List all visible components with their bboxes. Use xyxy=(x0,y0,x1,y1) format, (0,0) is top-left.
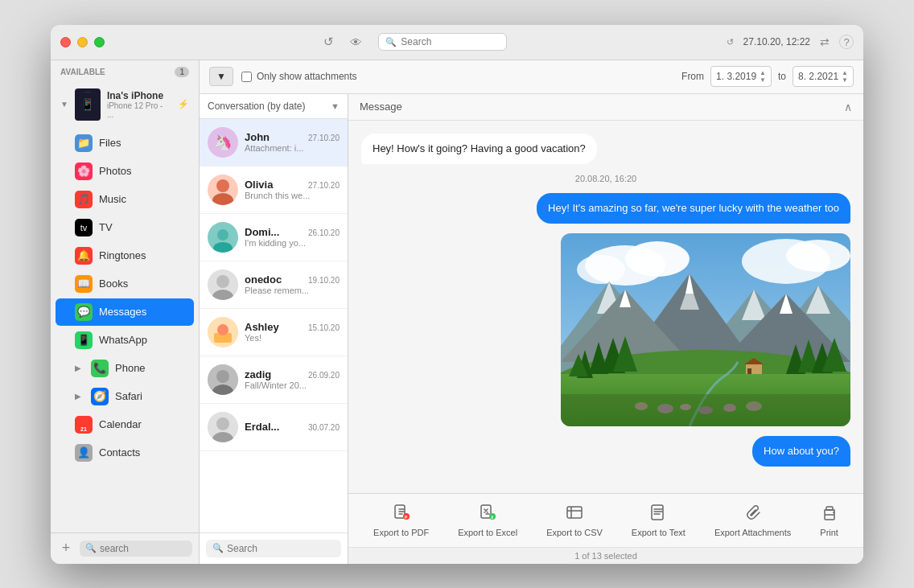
sidebar-item-safari[interactable]: ▶ 🧭 Safari xyxy=(56,383,194,410)
attachments-checkbox[interactable] xyxy=(241,72,252,82)
filter-bar: ▼ Only show attachments From 1. 3.2019 ▲… xyxy=(200,60,863,94)
dropdown-button[interactable]: ▼ xyxy=(209,67,233,86)
bubble-received-1: Hey! How's it going? Having a good vacat… xyxy=(361,134,597,164)
device-name: Ina's iPhone xyxy=(107,90,168,101)
sidebar-item-music-label: Music xyxy=(99,193,126,205)
status-bar: 1 of 13 selected xyxy=(348,547,863,564)
conv-avatar-erdal xyxy=(208,412,238,442)
svg-rect-64 xyxy=(825,515,834,520)
conv-item-olivia[interactable]: Olivia 27.10.20 Brunch this we... xyxy=(200,167,348,214)
contacts-icon: 👤 xyxy=(75,444,93,462)
safari-icon: 🧭 xyxy=(91,388,109,405)
export-csv-button[interactable]: Export to CSV xyxy=(532,500,617,541)
sidebar-item-whatsapp[interactable]: 📱 WhatsApp xyxy=(56,327,194,354)
date-from-stepper[interactable]: ▲▼ xyxy=(760,69,766,84)
attachments-checkbox-label[interactable]: Only show attachments xyxy=(241,71,357,82)
minimize-button[interactable] xyxy=(77,37,88,47)
conv-preview-zadig: Fall/Winter 20... xyxy=(245,380,340,390)
sidebar-item-photos[interactable]: 🌸 Photos xyxy=(56,158,194,185)
sidebar-item-tv-label: TV xyxy=(99,221,113,233)
conv-avatar-zadig xyxy=(208,364,238,395)
sidebar-item-calendar[interactable]: 21 Calendar xyxy=(56,411,194,438)
sidebar-item-phone[interactable]: ▶ 📞 Phone xyxy=(56,355,194,382)
svg-rect-63 xyxy=(652,505,663,520)
conv-name-row-olivia: Olivia 27.10.20 xyxy=(245,179,340,191)
conv-search-input[interactable] xyxy=(227,543,335,554)
conv-name-ashley: Ashley xyxy=(245,321,279,333)
sidebar-item-files[interactable]: 📁 Files xyxy=(56,130,194,157)
svg-point-10 xyxy=(217,324,228,335)
attachments-checkbox-text: Only show attachments xyxy=(257,71,357,82)
date-from-field[interactable]: 1. 3.2019 ▲▼ xyxy=(710,66,772,87)
date-to-stepper[interactable]: ▲▼ xyxy=(842,69,848,84)
files-icon: 📁 xyxy=(75,134,93,152)
conv-name-zadig: zadig xyxy=(245,368,271,380)
sidebar-item-safari-label: Safari xyxy=(115,390,142,402)
eye-icon[interactable]: 👁 xyxy=(350,35,362,49)
conv-item-domi[interactable]: Domi... 26.10.20 I'm kidding yo... xyxy=(200,214,348,261)
conv-list: 🦄 John 27.10.20 Attachment: i... xyxy=(200,119,348,532)
sidebar-item-messages[interactable]: 💬 Messages xyxy=(56,298,194,326)
conv-item-onedoc[interactable]: onedoc 19.10.20 Please remem... xyxy=(200,261,348,309)
export-excel-button[interactable]: X Export to Excel xyxy=(443,500,532,541)
export-text-button[interactable]: Export to Text xyxy=(617,500,700,541)
sidebar-search-icon: 🔍 xyxy=(85,543,97,553)
conv-sort-button[interactable]: ▼ xyxy=(331,101,340,111)
close-button[interactable] xyxy=(60,37,71,47)
arrows-icon[interactable]: ⇄ xyxy=(820,35,830,48)
app-window: ↺ 👁 🔍 ↺ 27.10.20, 12:22 ⇄ ? AVAILABLE 1 … xyxy=(51,25,863,564)
titlebar-search-input[interactable] xyxy=(401,36,500,47)
device-usb-icon: ⚡ xyxy=(178,99,189,109)
export-attachments-button[interactable]: Export Attachments xyxy=(700,500,805,541)
help-icon[interactable]: ? xyxy=(839,35,854,49)
sidebar-item-ringtones-label: Ringtones xyxy=(99,249,146,261)
add-button[interactable]: + xyxy=(57,540,75,557)
safari-arrow-icon: ▶ xyxy=(75,392,81,401)
msg-content: Hey! How's it going? Having a good vacat… xyxy=(348,121,863,493)
attachments-icon xyxy=(744,504,762,525)
dropdown-arrow-icon: ▼ xyxy=(216,71,226,82)
device-model: iPhone 12 Pro - ... xyxy=(107,101,168,119)
svg-point-0 xyxy=(216,179,229,192)
print-button[interactable]: Print xyxy=(805,500,853,541)
conv-item-john[interactable]: 🦄 John 27.10.20 Attachment: i... xyxy=(200,119,348,167)
conv-name-row-onedoc: onedoc 19.10.20 xyxy=(245,273,340,286)
device-chevron-left: ▼ xyxy=(60,100,68,109)
timestamp-1: 20.08.20, 16:20 xyxy=(361,174,850,183)
device-row[interactable]: ▼ 📱 Ina's iPhone iPhone 12 Pro - ... ⚡ xyxy=(51,84,199,125)
music-icon: 🎵 xyxy=(75,191,93,208)
date-from-value: 1. 3.2019 xyxy=(716,71,756,82)
maximize-button[interactable] xyxy=(94,37,105,47)
conv-item-ashley[interactable]: Ashley 15.10.20 Yes! xyxy=(200,309,348,356)
sidebar-search-input[interactable] xyxy=(100,543,187,554)
conv-item-zadig[interactable]: zadig 26.09.20 Fall/Winter 20... xyxy=(200,356,348,404)
sidebar-items: 📁 Files 🌸 Photos 🎵 Music tv TV xyxy=(51,125,199,532)
conv-avatar-onedoc xyxy=(208,269,238,300)
conv-name-onedoc: onedoc xyxy=(245,273,282,286)
sidebar-available-header: AVAILABLE 1 xyxy=(51,60,199,84)
conv-name-erdal: Erdal... xyxy=(245,421,279,433)
sidebar-footer: + 🔍 xyxy=(51,532,199,564)
conv-preview-olivia: Brunch this we... xyxy=(245,191,340,200)
collapse-icon[interactable]: ∧ xyxy=(844,101,852,113)
sidebar-item-music[interactable]: 🎵 Music xyxy=(56,186,194,213)
conv-date-ashley: 15.10.20 xyxy=(308,323,340,332)
sidebar-search-box: 🔍 xyxy=(80,541,192,557)
whatsapp-icon: 📱 xyxy=(75,331,93,349)
conv-preview-domi: I'm kidding yo... xyxy=(245,238,340,248)
sidebar-item-tv[interactable]: tv TV xyxy=(56,214,194,241)
msg-row-sent-1: Hey! It's amazing so far, we're super lu… xyxy=(361,193,850,224)
conv-avatar-john: 🦄 xyxy=(208,127,238,158)
conv-name-row-erdal: Erdal... 30.07.20 xyxy=(245,421,340,433)
sidebar-item-books[interactable]: 📖 Books xyxy=(56,270,194,298)
titlebar: ↺ 👁 🔍 ↺ 27.10.20, 12:22 ⇄ ? xyxy=(51,25,863,60)
conv-item-erdal[interactable]: Erdal... 30.07.20 xyxy=(200,404,348,451)
export-pdf-button[interactable]: P Export to PDF xyxy=(359,500,443,541)
date-range: From 1. 3.2019 ▲▼ to 8. 2.2021 ▲▼ xyxy=(681,66,854,87)
svg-point-15 xyxy=(216,417,229,430)
date-to-field[interactable]: 8. 2.2021 ▲▼ xyxy=(793,66,854,87)
conv-name-row-ashley: Ashley 15.10.20 xyxy=(245,321,340,333)
sidebar-item-ringtones[interactable]: 🔔 Ringtones xyxy=(56,242,194,269)
refresh-icon[interactable]: ↺ xyxy=(323,35,334,49)
sidebar-item-contacts[interactable]: 👤 Contacts xyxy=(56,439,194,467)
